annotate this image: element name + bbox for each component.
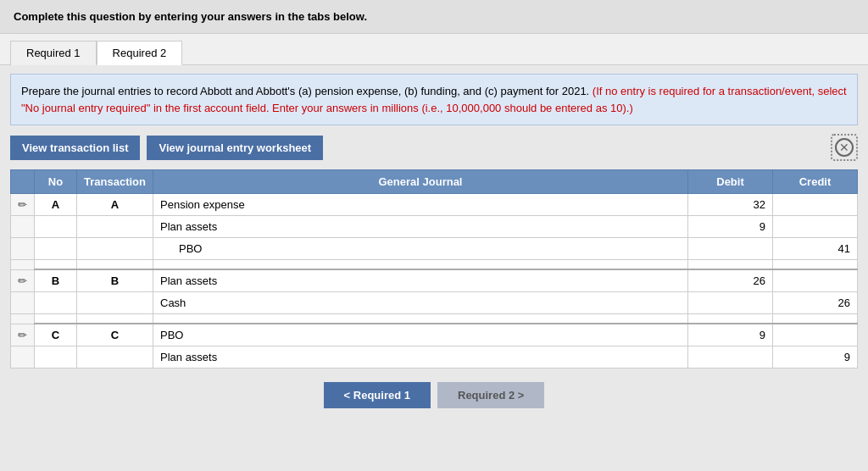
cell-account[interactable]: Cash	[153, 292, 688, 314]
pencil-cell: ✏	[11, 269, 35, 292]
cell-credit[interactable]: 9	[773, 346, 858, 368]
cell-account[interactable]: PBO	[153, 324, 688, 346]
close-icon: ✕	[835, 138, 854, 157]
col-trans-header: Transaction	[77, 170, 153, 194]
table-container: No Transaction General Journal Debit Cre…	[10, 169, 858, 368]
edit-icon[interactable]: ✏	[18, 198, 27, 211]
pencil-cell: ✏	[11, 194, 35, 216]
cell-account[interactable]	[153, 260, 688, 270]
pencil-cell	[11, 292, 35, 314]
cell-credit[interactable]	[773, 216, 858, 238]
instruction-main: Prepare the journal entries to record Ab…	[21, 85, 589, 97]
prev-button[interactable]: < Required 1	[324, 382, 431, 408]
cell-trans	[77, 260, 153, 270]
nav-buttons: < Required 1 Required 2 >	[0, 382, 868, 408]
cell-debit[interactable]	[688, 260, 773, 270]
col-gj-header: General Journal	[153, 170, 688, 194]
cell-no	[35, 314, 77, 324]
close-icon-box[interactable]: ✕	[831, 134, 858, 161]
pencil-cell: ✏	[11, 324, 35, 346]
cell-trans	[77, 346, 153, 368]
cell-no: C	[35, 324, 77, 346]
cell-trans	[77, 216, 153, 238]
col-debit-header: Debit	[688, 170, 773, 194]
cell-credit[interactable]	[773, 194, 858, 216]
col-no-header: No	[35, 170, 77, 194]
cell-credit[interactable]	[773, 260, 858, 270]
top-bar: Complete this question by entering your …	[0, 0, 868, 34]
cell-debit[interactable]	[688, 238, 773, 260]
cell-no	[35, 216, 77, 238]
cell-debit[interactable]: 32	[688, 194, 773, 216]
cell-debit[interactable]: 26	[688, 269, 773, 292]
cell-debit[interactable]	[688, 292, 773, 314]
cell-credit[interactable]	[773, 269, 858, 292]
view-journal-button[interactable]: View journal entry worksheet	[147, 136, 323, 160]
journal-table: No Transaction General Journal Debit Cre…	[10, 169, 858, 368]
cell-debit[interactable]	[688, 346, 773, 368]
cell-credit[interactable]	[773, 324, 858, 346]
view-transaction-button[interactable]: View transaction list	[10, 136, 140, 160]
cell-account[interactable]: PBO	[153, 238, 688, 260]
cell-no: B	[35, 269, 77, 292]
cell-debit[interactable]: 9	[688, 216, 773, 238]
tab-required-2[interactable]: Required 2	[97, 41, 183, 65]
cell-no	[35, 238, 77, 260]
tabs-area: Required 1 Required 2	[0, 34, 868, 65]
cell-credit[interactable]	[773, 314, 858, 324]
cell-debit[interactable]	[688, 314, 773, 324]
cell-account[interactable]: Pension expense	[153, 194, 688, 216]
pencil-header	[11, 170, 35, 194]
cell-no	[35, 260, 77, 270]
pencil-cell	[11, 314, 35, 324]
next-button[interactable]: Required 2 >	[437, 382, 544, 408]
cell-trans	[77, 314, 153, 324]
cell-account[interactable]	[153, 314, 688, 324]
edit-icon[interactable]: ✏	[18, 274, 27, 287]
cell-no: A	[35, 194, 77, 216]
cell-credit[interactable]: 26	[773, 292, 858, 314]
instruction-box: Prepare the journal entries to record Ab…	[10, 74, 858, 125]
pencil-cell	[11, 260, 35, 270]
cell-trans	[77, 238, 153, 260]
cell-debit[interactable]: 9	[688, 324, 773, 346]
cell-account[interactable]: Plan assets	[153, 269, 688, 292]
tab-required-1[interactable]: Required 1	[10, 41, 97, 65]
top-bar-text: Complete this question by entering your …	[14, 10, 367, 23]
col-credit-header: Credit	[773, 170, 858, 194]
pencil-cell	[11, 238, 35, 260]
cell-trans: B	[77, 269, 153, 292]
cell-no	[35, 292, 77, 314]
buttons-row: View transaction list View journal entry…	[10, 134, 858, 161]
edit-icon[interactable]: ✏	[18, 329, 27, 341]
cell-trans	[77, 292, 153, 314]
cell-trans: C	[77, 324, 153, 346]
cell-account[interactable]: Plan assets	[153, 216, 688, 238]
pencil-cell	[11, 216, 35, 238]
cell-trans: A	[77, 194, 153, 216]
cell-account[interactable]: Plan assets	[153, 346, 688, 368]
cell-credit[interactable]: 41	[773, 238, 858, 260]
pencil-cell	[11, 346, 35, 368]
cell-no	[35, 346, 77, 368]
